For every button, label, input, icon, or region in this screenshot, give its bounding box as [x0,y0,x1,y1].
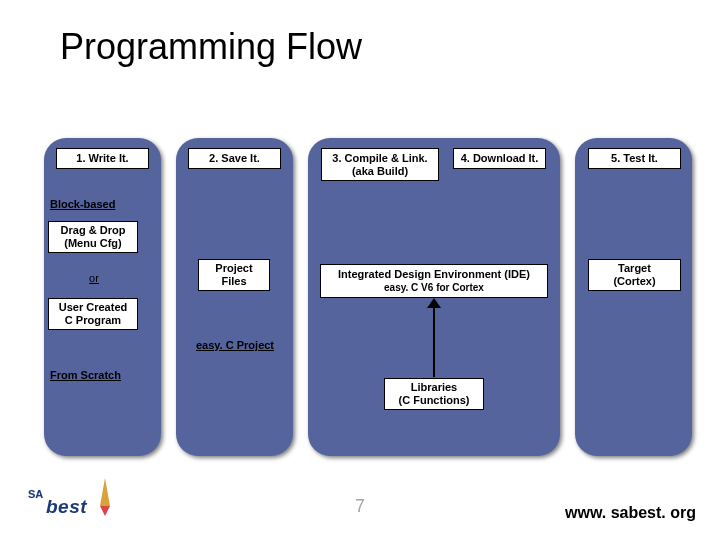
label-block-based: Block-based [48,195,126,213]
slide: Programming Flow 1. Write It. 2. Save It… [0,0,720,540]
label-or: or [74,270,114,286]
step-header-build: 3. Compile & Link.(aka Build) [321,148,439,181]
arrow-libraries-to-ide-line [433,303,435,377]
slide-title: Programming Flow [60,26,362,68]
box-user-c-program: User CreatedC Program [48,298,138,330]
step-header-test: 5. Test It. [588,148,681,169]
column-save [176,138,293,456]
label-easyc-project: easy. C Project [185,336,285,354]
arrow-libraries-to-ide-head [427,298,441,308]
box-libraries: Libraries(C Functions) [384,378,484,410]
box-drag-drop: Drag & Drop(Menu Cfg) [48,221,138,253]
box-ide: Integrated Design Environment (IDE) easy… [320,264,548,298]
label-from-scratch: From Scratch [48,366,140,384]
column-write [44,138,161,456]
box-target: Target(Cortex) [588,259,681,291]
column-test [575,138,692,456]
step-header-download: 4. Download It. [453,148,546,169]
ide-title: Integrated Design Environment (IDE) [338,268,530,281]
box-project-files: ProjectFiles [198,259,270,291]
step-header-save: 2. Save It. [188,148,281,169]
ide-subtitle: easy. C V6 for Cortex [384,282,484,294]
step-header-write: 1. Write It. [56,148,149,169]
footer-url: www. sabest. org [565,504,696,522]
